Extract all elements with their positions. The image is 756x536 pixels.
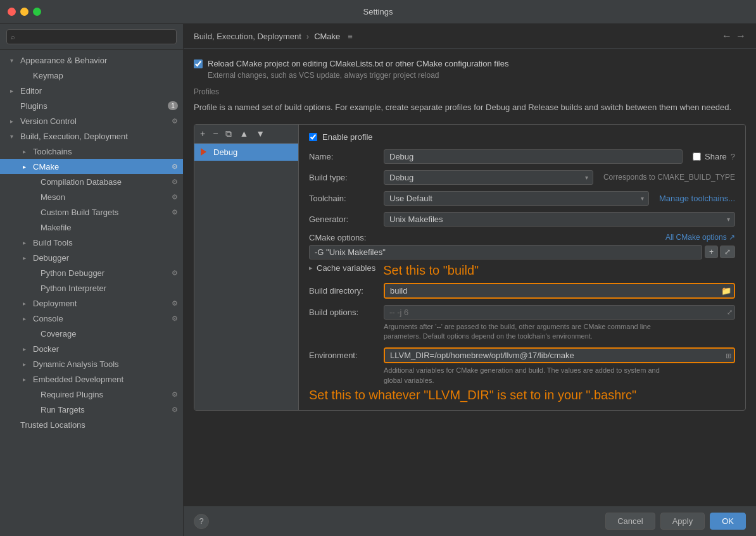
sidebar-item-editor[interactable]: ▸ Editor (0, 83, 183, 98)
cmake-options-expand-button[interactable]: ⤢ (720, 246, 735, 258)
environment-row: Environment: ⊞ (309, 347, 735, 363)
sidebar-item-debugger[interactable]: ▸ Debugger (0, 250, 183, 265)
sidebar-item-label: Toolchains (33, 147, 178, 156)
sidebar-item-compilation-database[interactable]: Compilation Database ⚙ (0, 174, 183, 189)
minimize-button[interactable] (20, 8, 28, 16)
sidebar-item-version-control[interactable]: ▸ Version Control ⚙ (0, 113, 183, 128)
reload-checkbox[interactable] (194, 59, 203, 68)
move-down-button[interactable]: ▼ (253, 127, 268, 140)
env-input[interactable] (385, 349, 734, 362)
sidebar-item-label: Trusted Locations (20, 420, 178, 430)
back-arrow[interactable]: ← (722, 30, 732, 42)
sidebar-item-label: Compilation Database (41, 177, 169, 187)
sidebar-item-build-tools[interactable]: ▸ Build Tools (0, 235, 183, 250)
build-dir-input-wrap: 📁 (384, 283, 735, 299)
settings-icon: ⚙ (172, 178, 178, 186)
chevron-right-icon: ▸ (10, 87, 19, 94)
ok-button[interactable]: OK (710, 513, 746, 530)
sidebar-item-python-debugger[interactable]: Python Debugger ⚙ (0, 265, 183, 280)
sidebar-item-run-targets[interactable]: Run Targets ⚙ (0, 402, 183, 417)
share-checkbox[interactable] (693, 153, 701, 161)
sidebar-item-label: Debugger (33, 253, 178, 263)
build-dir-input[interactable] (385, 284, 734, 297)
sidebar-item-coverage[interactable]: Coverage (0, 326, 183, 341)
sidebar-item-makefile[interactable]: Makefile (0, 220, 183, 235)
sidebar-item-dynamic-analysis-tools[interactable]: ▸ Dynamic Analysis Tools (0, 356, 183, 371)
name-row: Name: Share ? (309, 149, 735, 164)
sidebar-item-cmake[interactable]: ▸ CMake ⚙ (0, 159, 183, 174)
sidebar-item-label: Embedded Development (33, 375, 178, 384)
profile-name: Debug (213, 147, 237, 157)
sidebar-item-label: Plugins (20, 101, 165, 111)
help-button[interactable]: ? (194, 514, 209, 529)
profiles-detail: Enable profile Name: Share ? (299, 125, 745, 411)
sidebar-item-required-plugins[interactable]: Required Plugins ⚙ (0, 387, 183, 402)
forward-arrow[interactable]: → (736, 30, 746, 42)
cache-variables-row[interactable]: ▸ Cache variables (309, 263, 375, 273)
sidebar-item-python-interpreter[interactable]: Python Interpreter (0, 280, 183, 296)
sidebar-item-keymap[interactable]: Keymap (0, 68, 183, 83)
sidebar-item-label: Deployment (33, 299, 169, 308)
settings-icon: ⚙ (172, 193, 178, 201)
sidebar-item-docker[interactable]: ▸ Docker (0, 341, 183, 356)
maximize-button[interactable] (33, 8, 41, 16)
sidebar-item-meson[interactable]: Meson ⚙ (0, 189, 183, 204)
sidebar-item-toolchains[interactable]: ▸ Toolchains (0, 144, 183, 159)
cmake-triangle-icon (201, 148, 207, 156)
all-cmake-options-link[interactable]: All CMake options ↗ (665, 233, 735, 242)
sidebar-item-appearance-behavior[interactable]: ▾ Appearance & Behavior (0, 53, 183, 68)
cmake-options-section: CMake options: All CMake options ↗ + ⤢ (309, 233, 735, 259)
sidebar-item-label: Required Plugins (41, 390, 169, 399)
footer-right: Cancel Apply OK (605, 513, 746, 530)
profile-debug-item[interactable]: Debug (194, 144, 298, 161)
chevron-right-icon: ▸ (309, 264, 313, 272)
build-options-input[interactable] (384, 305, 735, 320)
share-label: Share (705, 152, 727, 161)
sidebar-item-label: Makefile (41, 223, 178, 232)
sidebar-item-trusted-locations[interactable]: Trusted Locations (0, 417, 183, 432)
reload-checkbox-row: Reload CMake project on editing CMakeLis… (194, 59, 746, 68)
add-profile-button[interactable]: + (197, 127, 208, 140)
sidebar-item-console[interactable]: ▸ Console ⚙ (0, 311, 183, 326)
copy-profile-button[interactable]: ⧉ (222, 127, 235, 140)
sidebar-item-build-execution-deployment[interactable]: ▾ Build, Execution, Deployment (0, 128, 183, 144)
sidebar-item-label: Run Targets (41, 405, 169, 414)
generator-select[interactable]: Unix Makefiles Ninja (384, 212, 735, 227)
build-type-hint: Corresponds to CMAKE_BUILD_TYPE (603, 173, 735, 182)
cancel-button[interactable]: Cancel (605, 513, 655, 530)
build-type-select[interactable]: Debug Release RelWithDebInfo MinSizeRel (384, 170, 593, 185)
profiles-list: + − ⧉ ▲ ▼ Debug (194, 125, 299, 411)
search-wrap: ⌕ (6, 29, 177, 44)
cmake-options-add-button[interactable]: + (705, 246, 718, 258)
close-button[interactable] (8, 8, 16, 16)
remove-profile-button[interactable]: − (210, 127, 221, 140)
build-type-select-wrap: Debug Release RelWithDebInfo MinSizeRel … (384, 170, 593, 185)
build-options-expand-button[interactable]: ⤢ (727, 308, 733, 316)
enable-profile-checkbox[interactable] (309, 133, 317, 141)
search-input[interactable] (6, 29, 177, 44)
sidebar-item-label: Version Control (20, 116, 169, 126)
sidebar-item-custom-build-targets[interactable]: Custom Build Targets ⚙ (0, 204, 183, 220)
sidebar-item-deployment[interactable]: ▸ Deployment ⚙ (0, 296, 183, 311)
profiles-section-title: Profiles (194, 87, 746, 96)
title-bar: Settings (0, 0, 756, 24)
breadcrumb-current: CMake (314, 32, 340, 41)
profiles-description: Profile is a named set of build options.… (194, 101, 746, 114)
move-up-button[interactable]: ▲ (236, 127, 251, 140)
cmake-options-input[interactable] (309, 245, 702, 259)
env-expand-button[interactable]: ⊞ (726, 351, 731, 359)
sidebar-item-label: Editor (20, 86, 178, 96)
toolchain-select[interactable]: Use Default (384, 191, 649, 206)
breadcrumb-separator: › (306, 32, 309, 41)
chevron-right-icon: ▸ (23, 361, 32, 368)
name-input[interactable] (384, 149, 683, 164)
sidebar-item-label: Appearance & Behavior (20, 56, 178, 65)
settings-icon: ⚙ (172, 299, 178, 308)
env-label: Environment: (309, 351, 379, 360)
sidebar-item-embedded-development[interactable]: ▸ Embedded Development (0, 371, 183, 387)
profiles-toolbar: + − ⧉ ▲ ▼ (194, 125, 298, 144)
manage-toolchains-link[interactable]: Manage toolchains... (659, 194, 735, 203)
sidebar-item-plugins[interactable]: Plugins 1 (0, 98, 183, 113)
build-dir-browse-button[interactable]: 📁 (721, 286, 731, 296)
apply-button[interactable]: Apply (660, 513, 705, 530)
